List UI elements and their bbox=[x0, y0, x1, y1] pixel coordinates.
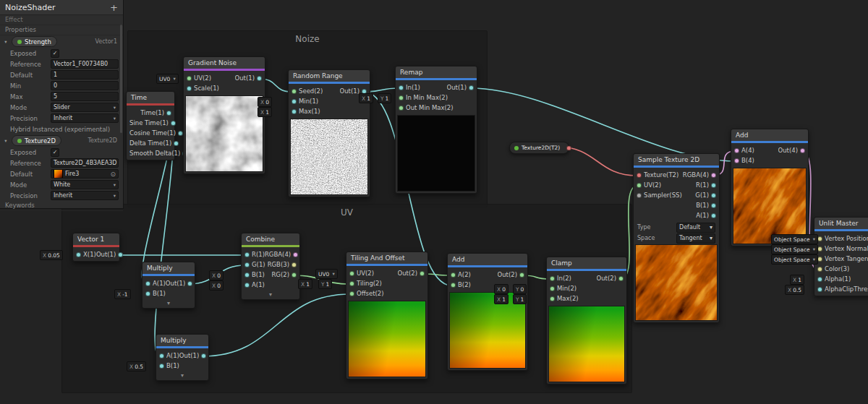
dropdown-chip[interactable]: Object Space▾ bbox=[771, 234, 818, 244]
node-title[interactable]: Vector 1 bbox=[73, 233, 119, 245]
property-node-texture2d[interactable]: Texture2D(T2) bbox=[509, 142, 569, 154]
output-port[interactable]: Out(2) bbox=[498, 271, 524, 278]
node-title[interactable]: Sample Texture 2D bbox=[634, 154, 719, 166]
input-port[interactable]: A(1) bbox=[159, 352, 179, 359]
input-port[interactable]: Vertex Position(3) bbox=[817, 235, 868, 242]
input-port[interactable]: Texture(T2) bbox=[637, 171, 678, 179]
input-port[interactable]: B(2) bbox=[451, 281, 471, 288]
input-port[interactable]: G(1) bbox=[244, 261, 265, 268]
property-pill[interactable]: Strength bbox=[12, 36, 57, 47]
port-dot[interactable] bbox=[566, 145, 571, 150]
port-dot[interactable] bbox=[817, 246, 822, 252]
graph-canvas[interactable]: NoizeUVTimeTime(1)Sine Time(1)Cosine Tim… bbox=[0, 0, 868, 404]
output-port[interactable]: Out(1) bbox=[166, 280, 192, 287]
port-dot[interactable] bbox=[201, 353, 206, 358]
input-port[interactable]: UV(2) bbox=[187, 74, 211, 82]
precision-dropdown[interactable]: Inherit▾ bbox=[51, 113, 119, 123]
port-dot[interactable] bbox=[618, 276, 624, 281]
value-chip[interactable]: X1 bbox=[359, 93, 373, 103]
node-title[interactable]: Unlit Master bbox=[814, 218, 868, 229]
input-port[interactable]: Vertex Tangent(3) bbox=[817, 255, 868, 262]
exposed-checkbox[interactable]: ✓ bbox=[51, 49, 59, 58]
port-dot[interactable] bbox=[734, 148, 739, 153]
value-chip[interactable]: X0 bbox=[494, 284, 509, 294]
input-port[interactable]: A(4) bbox=[734, 147, 754, 154]
port-dot[interactable] bbox=[817, 287, 822, 292]
node-title[interactable]: Clamp bbox=[547, 257, 626, 269]
output-port[interactable]: G(1) bbox=[695, 192, 716, 199]
port-dot[interactable] bbox=[637, 183, 642, 188]
min-input[interactable]: 0 bbox=[51, 81, 119, 90]
node-title[interactable]: Multiply bbox=[142, 262, 195, 274]
collapse-preview-chevron[interactable]: ▾ bbox=[242, 291, 299, 299]
input-port[interactable]: Out Min Max(2) bbox=[399, 104, 454, 111]
port-dot[interactable] bbox=[187, 86, 192, 91]
input-port[interactable]: B(1) bbox=[145, 290, 166, 297]
node-title[interactable]: Multiply bbox=[156, 335, 208, 346]
port-dot[interactable] bbox=[174, 141, 179, 146]
input-port[interactable]: Alpha(1) bbox=[817, 275, 851, 283]
input-port[interactable]: In Min Max(2) bbox=[399, 94, 448, 101]
node-title[interactable]: Time bbox=[127, 92, 174, 103]
foldout-icon[interactable]: ▾ bbox=[3, 138, 9, 144]
property-strength[interactable]: ▾ Strength Vector1 bbox=[0, 35, 123, 48]
port-dot[interactable] bbox=[451, 272, 456, 278]
output-port[interactable]: Out(4) bbox=[778, 147, 805, 154]
object-picker-icon[interactable]: ⊙ bbox=[110, 171, 116, 178]
port-dot[interactable] bbox=[399, 95, 404, 100]
property-pill[interactable]: Texture2D bbox=[12, 135, 61, 146]
port-dot[interactable] bbox=[145, 291, 150, 296]
port-dot[interactable] bbox=[349, 281, 354, 286]
input-port[interactable]: A(1) bbox=[145, 280, 166, 287]
output-port[interactable]: Smooth Delta(1) bbox=[129, 150, 187, 157]
output-port[interactable]: Delta Time(1) bbox=[129, 139, 179, 147]
value-chip[interactable]: Y1 bbox=[513, 294, 527, 304]
output-port[interactable]: Out(1) bbox=[179, 352, 206, 359]
port-dot[interactable] bbox=[817, 257, 822, 262]
node-title[interactable]: Gradient Noise bbox=[184, 57, 265, 69]
port-dot[interactable] bbox=[292, 109, 297, 114]
mode-dropdown[interactable]: Slider▾ bbox=[51, 103, 119, 112]
input-port[interactable]: Offset(2) bbox=[349, 290, 384, 297]
input-port[interactable]: Seed(2) bbox=[292, 87, 323, 95]
port-dot[interactable] bbox=[292, 89, 297, 94]
port-dot[interactable] bbox=[711, 183, 716, 188]
port-dot[interactable] bbox=[118, 252, 123, 257]
output-port[interactable]: Cosine Time(1) bbox=[129, 129, 183, 137]
output-port[interactable]: Out(1) bbox=[235, 74, 262, 82]
port-dot[interactable] bbox=[469, 85, 474, 90]
output-port[interactable]: Out(2) bbox=[398, 270, 425, 277]
output-port[interactable]: Out(1) bbox=[447, 84, 474, 91]
node-tiling-and-offset[interactable]: Tiling And OffsetUV(2)Out(2)Tiling(2)Off… bbox=[346, 252, 428, 379]
value-chip[interactable]: X0 bbox=[209, 270, 224, 280]
value-chip[interactable]: X0.05 bbox=[40, 250, 63, 260]
value-chip[interactable]: Y1 bbox=[318, 279, 332, 289]
node-time[interactable]: TimeTime(1)Sine Time(1)Cosine Time(1)Del… bbox=[126, 91, 175, 160]
node-title[interactable]: Add bbox=[448, 254, 527, 265]
input-port[interactable]: R(1) bbox=[244, 251, 265, 258]
port-dot[interactable] bbox=[166, 111, 171, 116]
node-add-color[interactable]: AddA(4)Out(4)B(4) bbox=[731, 129, 809, 246]
port-dot[interactable] bbox=[244, 252, 250, 257]
value-chip[interactable]: X1 bbox=[258, 107, 272, 117]
node-multiply-2[interactable]: MultiplyA(1)Out(1)B(1)▾ bbox=[156, 334, 209, 381]
input-port[interactable]: A(2) bbox=[451, 271, 471, 278]
port-dot[interactable] bbox=[187, 281, 192, 286]
port-dot[interactable] bbox=[711, 213, 716, 218]
default-input[interactable]: 1 bbox=[51, 70, 119, 79]
port-dot[interactable] bbox=[349, 291, 354, 296]
node-vector1[interactable]: Vector 1X(1)Out(1) bbox=[72, 233, 120, 262]
input-port[interactable]: A(1) bbox=[244, 281, 265, 288]
input-port[interactable]: UV(2) bbox=[349, 270, 374, 277]
input-port[interactable]: In(2) bbox=[550, 275, 571, 282]
input-port[interactable]: Max(1) bbox=[292, 108, 320, 115]
output-port[interactable]: B(1) bbox=[696, 202, 716, 209]
input-port[interactable]: UV(2) bbox=[637, 181, 661, 189]
node-multiply-1[interactable]: MultiplyA(1)Out(1)B(1)▾ bbox=[142, 262, 195, 309]
reference-input[interactable]: Texture2D_4B3AEA3D bbox=[51, 158, 119, 168]
port-dot[interactable] bbox=[244, 262, 250, 267]
collapse-preview-chevron[interactable]: ▾ bbox=[156, 372, 208, 380]
exposed-checkbox[interactable]: ✓ bbox=[51, 148, 59, 157]
port-dot[interactable] bbox=[800, 148, 805, 153]
port-dot[interactable] bbox=[171, 121, 176, 126]
